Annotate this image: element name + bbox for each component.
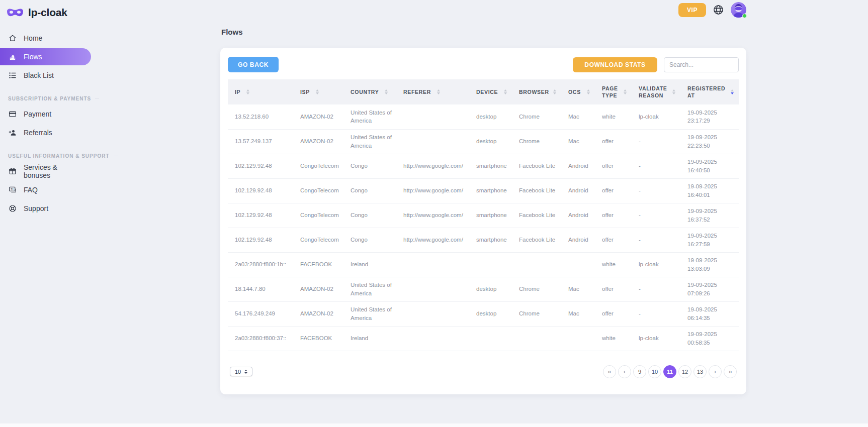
table-cell: Facebook Lite bbox=[512, 228, 561, 252]
table-cell bbox=[396, 277, 469, 301]
sidebar: lp-cloak Home Flows Black List SUBSCR bbox=[0, 0, 91, 219]
column-header-country[interactable]: COUNTRY bbox=[343, 79, 396, 104]
sort-icon bbox=[437, 89, 440, 94]
language-button[interactable] bbox=[713, 4, 724, 16]
brand-logo[interactable]: lp-cloak bbox=[7, 7, 91, 19]
column-header-ip[interactable]: IP bbox=[228, 79, 293, 104]
sidebar-section-subscription: SUBSCRIPTION & PAYMENTS bbox=[8, 96, 91, 101]
table-cell: Facebook Lite bbox=[512, 154, 561, 178]
table-cell: http://www.google.com/ bbox=[396, 203, 469, 228]
page-button-11-active[interactable]: 11 bbox=[663, 365, 676, 378]
page-size-select[interactable]: 10 bbox=[230, 367, 252, 376]
flows-card: GO BACK DOWNLOAD STATS IP ISP COUNTRY RE… bbox=[220, 48, 746, 394]
table-cell: Chrome bbox=[512, 301, 561, 326]
column-header-ocs[interactable]: OCS bbox=[561, 79, 595, 104]
table-cell: http://www.google.com/ bbox=[396, 154, 469, 178]
search-input[interactable] bbox=[664, 57, 739, 72]
table-cell: Mac bbox=[561, 104, 595, 129]
column-header-referer[interactable]: REFERER bbox=[396, 79, 469, 104]
table-cell: AMAZON-02 bbox=[293, 301, 343, 326]
brand-name: lp-cloak bbox=[28, 7, 67, 19]
table-cell: 19-09-2025 23:17:29 bbox=[680, 104, 739, 129]
table-cell: FACEBOOK bbox=[293, 326, 343, 351]
sort-icon bbox=[316, 89, 319, 94]
column-header-validate-reason[interactable]: VALIDATE REASON bbox=[632, 79, 680, 104]
table-cell: 102.129.92.48 bbox=[228, 154, 293, 178]
last-page-button[interactable]: » bbox=[724, 365, 737, 378]
table-row: 102.129.92.48CongoTelecomCongohttp://www… bbox=[228, 154, 739, 178]
table-cell: smartphone bbox=[469, 228, 512, 252]
table-cell: - bbox=[632, 277, 680, 301]
table-cell: http://www.google.com/ bbox=[396, 228, 469, 252]
sidebar-item-flows[interactable]: Flows bbox=[0, 48, 91, 65]
pager: « ‹ 9 10 11 12 13 › » bbox=[603, 365, 737, 378]
column-header-device[interactable]: DEVICE bbox=[469, 79, 512, 104]
vip-button[interactable]: VIP bbox=[678, 3, 706, 17]
table-cell: offer bbox=[595, 178, 632, 203]
column-header-browser[interactable]: BROWSER bbox=[512, 79, 561, 104]
table-row: 102.129.92.48CongoTelecomCongohttp://www… bbox=[228, 178, 739, 203]
table-cell bbox=[561, 252, 595, 277]
toolbar-right: DOWNLOAD STATS bbox=[573, 57, 739, 72]
table-cell: offer bbox=[595, 228, 632, 252]
sidebar-item-label: FAQ bbox=[24, 186, 38, 194]
table-cell: white bbox=[595, 104, 632, 129]
column-header-registered-at[interactable]: REGISTERED AT bbox=[680, 79, 739, 104]
table-row: 18.144.7.80AMAZON-02United States of Ame… bbox=[228, 277, 739, 301]
table-cell: Ireland bbox=[343, 326, 396, 351]
sort-icon bbox=[246, 89, 249, 94]
table-row: 102.129.92.48CongoTelecomCongohttp://www… bbox=[228, 228, 739, 252]
sidebar-item-support[interactable]: Support bbox=[0, 200, 91, 217]
column-header-page-type[interactable]: PAGE TYPE bbox=[595, 79, 632, 104]
table-cell: offer bbox=[595, 203, 632, 228]
table-cell: Mac bbox=[561, 301, 595, 326]
table-cell: United States of America bbox=[343, 301, 396, 326]
table-cell: Congo bbox=[343, 154, 396, 178]
page-button-12[interactable]: 12 bbox=[678, 365, 691, 378]
download-stats-button[interactable]: DOWNLOAD STATS bbox=[573, 57, 657, 72]
sort-icon-active-desc bbox=[731, 89, 734, 94]
table-cell bbox=[512, 326, 561, 351]
column-header-isp[interactable]: ISP bbox=[293, 79, 343, 104]
table-cell: offer bbox=[595, 129, 632, 154]
go-back-button[interactable]: GO BACK bbox=[228, 57, 279, 72]
sidebar-item-label: Home bbox=[24, 34, 42, 42]
select-stepper-icon bbox=[244, 370, 247, 374]
sidebar-item-payment[interactable]: Payment bbox=[0, 105, 91, 123]
section-divider bbox=[114, 156, 118, 156]
black-list-icon bbox=[8, 71, 17, 80]
next-page-button[interactable]: › bbox=[709, 365, 722, 378]
sidebar-item-black-list[interactable]: Black List bbox=[0, 67, 91, 84]
table-cell: Android bbox=[561, 178, 595, 203]
page-size-value: 10 bbox=[235, 369, 241, 375]
referrals-icon bbox=[8, 128, 17, 137]
table-cell: Chrome bbox=[512, 104, 561, 129]
table-cell: Chrome bbox=[512, 277, 561, 301]
table-cell: desktop bbox=[469, 277, 512, 301]
table-cell: 19-09-2025 00:58:35 bbox=[680, 326, 739, 351]
table-cell: Congo bbox=[343, 178, 396, 203]
page-button-13[interactable]: 13 bbox=[693, 365, 707, 378]
table-cell: 102.129.92.48 bbox=[228, 228, 293, 252]
gift-icon bbox=[8, 167, 17, 176]
page-button-9[interactable]: 9 bbox=[633, 365, 646, 378]
table-cell: desktop bbox=[469, 104, 512, 129]
table-cell bbox=[469, 252, 512, 277]
prev-page-button[interactable]: ‹ bbox=[618, 365, 631, 378]
table-cell: Mac bbox=[561, 277, 595, 301]
table-cell: CongoTelecom bbox=[293, 203, 343, 228]
sidebar-item-label: Referrals bbox=[24, 129, 52, 137]
sidebar-item-services-bonuses[interactable]: Services & bonuses bbox=[0, 163, 91, 180]
user-menu-button[interactable] bbox=[731, 2, 746, 18]
sidebar-item-referrals[interactable]: Referrals bbox=[0, 124, 91, 141]
table-cell: lp-cloak bbox=[632, 326, 680, 351]
sidebar-item-home[interactable]: Home bbox=[0, 30, 91, 47]
first-page-button[interactable]: « bbox=[603, 365, 616, 378]
page-button-10[interactable]: 10 bbox=[648, 365, 661, 378]
sidebar-section-label: SUBSCRIPTION & PAYMENTS bbox=[8, 96, 91, 101]
table-cell: United States of America bbox=[343, 104, 396, 129]
sidebar-item-label: Black List bbox=[24, 71, 54, 79]
sidebar-item-faq[interactable]: ?! FAQ bbox=[0, 181, 91, 198]
table-cell: 2a03:2880:f800:37:: bbox=[228, 326, 293, 351]
table-row: 54.176.249.249AMAZON-02United States of … bbox=[228, 301, 739, 326]
